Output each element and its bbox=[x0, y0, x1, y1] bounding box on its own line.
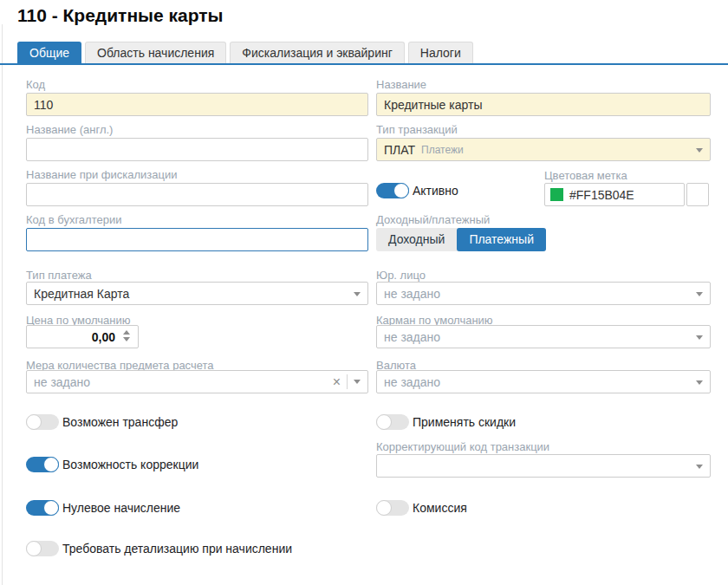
toggle-knob bbox=[376, 500, 392, 516]
dohodnyj-platezhnyj-segmented: Доходный Платежный bbox=[376, 228, 546, 251]
aktivno-toggle-label: Активно bbox=[413, 184, 458, 198]
color-dropdown-button[interactable] bbox=[686, 183, 709, 206]
chevron-down-icon bbox=[354, 380, 361, 384]
korrektiruyushchij-kod-select[interactable] bbox=[376, 454, 711, 478]
platezhnyj-option-button[interactable]: Платежный bbox=[457, 228, 546, 251]
tip-tranzakcij-code-hint: Платежи bbox=[421, 144, 464, 156]
aktivno-toggle-row: Активно bbox=[376, 183, 458, 198]
tip-platezha-value: Кредитная Карта bbox=[34, 287, 129, 301]
chevron-down-icon bbox=[696, 380, 703, 385]
tip-platezha-select[interactable]: Кредитная Карта bbox=[26, 282, 368, 305]
mera-kolichestva-value: не задано bbox=[34, 375, 90, 389]
page-title: 110 - Кредитные карты bbox=[17, 5, 223, 26]
spinner-up-icon[interactable] bbox=[123, 330, 130, 335]
chevron-down-icon bbox=[696, 465, 703, 469]
tab-fiskalizaciya-i-ekvajring[interactable]: Фискализация и эквайринг bbox=[230, 42, 405, 63]
chevron-down-icon bbox=[696, 292, 703, 296]
trebovat-detalizaciyu-toggle[interactable] bbox=[26, 541, 59, 556]
toggle-knob bbox=[43, 500, 59, 516]
nulevoe-nachislenie-row: Нулевое начисление bbox=[26, 500, 180, 516]
nulevoe-nachislenie-label: Нулевое начисление bbox=[62, 501, 180, 515]
chevron-down-icon bbox=[696, 335, 703, 340]
valyuta-select[interactable]: не задано bbox=[376, 370, 711, 393]
tip-tranzakcij-select[interactable]: ПЛАТ Платежи bbox=[376, 138, 711, 161]
trebovat-detalizaciyu-label: Требовать детализацию при начислении bbox=[62, 542, 292, 556]
trebovat-detalizaciyu-row: Требовать детализацию при начислении bbox=[26, 541, 292, 556]
primenyat-skidki-label: Применять скидки bbox=[413, 415, 516, 429]
divider bbox=[347, 374, 348, 389]
chevron-down-icon bbox=[354, 292, 361, 296]
yur-lico-label: Юр. лицо bbox=[376, 269, 426, 282]
mera-kolichestva-select[interactable]: не задано × bbox=[26, 370, 368, 393]
dohodnyj-option-button[interactable]: Доходный bbox=[376, 228, 457, 251]
dohodnyj-platezhnyj-label: Доходный/платежный bbox=[376, 213, 490, 226]
tip-tranzakcij-code: ПЛАТ bbox=[384, 143, 415, 157]
tab-bar: Общие Область начисления Фискализация и … bbox=[17, 42, 473, 63]
chevron-down-icon bbox=[696, 148, 703, 153]
vozmozhnost-korrekcii-toggle[interactable] bbox=[26, 457, 59, 472]
nazvanie-angl-label: Название (англ.) bbox=[26, 123, 113, 136]
tip-platezha-label: Тип платежа bbox=[26, 269, 92, 282]
tab-obshchie[interactable]: Общие bbox=[17, 42, 81, 63]
kod-v-buhgalterii-label: Код в бухгалтерии bbox=[26, 213, 121, 226]
nulevoe-nachislenie-toggle[interactable] bbox=[26, 500, 59, 516]
kod-label: Код bbox=[26, 78, 45, 91]
primenyat-skidki-row: Применять скидки bbox=[376, 414, 516, 430]
tab-oblast-nachisleniya[interactable]: Область начисления bbox=[85, 42, 226, 63]
toggle-knob bbox=[393, 183, 409, 198]
tab-nalogi[interactable]: Налоги bbox=[408, 42, 473, 63]
tab-underline bbox=[0, 63, 728, 65]
kod-input[interactable] bbox=[26, 93, 368, 116]
color-hex-value: #FF15B04E bbox=[569, 188, 634, 202]
komissiya-toggle[interactable] bbox=[376, 500, 409, 516]
clear-icon[interactable]: × bbox=[333, 375, 341, 389]
spinner-down-icon[interactable] bbox=[123, 337, 130, 341]
tip-tranzakcij-label: Тип транзакций bbox=[376, 123, 458, 136]
vozmozhen-transfer-label: Возможен трансфер bbox=[62, 415, 178, 429]
color-swatch bbox=[550, 188, 563, 201]
cvetovaya-metka-label: Цветовая метка bbox=[544, 169, 627, 182]
primenyat-skidki-toggle[interactable] bbox=[376, 414, 409, 430]
nazvanie-input[interactable] bbox=[376, 93, 711, 116]
korrektiruyushchij-kod-label: Корректирующий код транзакции bbox=[376, 440, 549, 453]
aktivno-toggle[interactable] bbox=[376, 183, 409, 198]
nazvanie-pri-fiskalizacii-input[interactable] bbox=[26, 183, 368, 206]
color-value-field[interactable]: #FF15B04E bbox=[544, 183, 685, 206]
yur-lico-value: не задано bbox=[384, 287, 440, 301]
karman-po-umolchaniyu-value: не задано bbox=[384, 330, 440, 344]
nazvanie-label: Название bbox=[376, 78, 426, 91]
vozmozhnost-korrekcii-row: Возможность коррекции bbox=[26, 457, 198, 472]
cena-po-umolchaniyu-input[interactable] bbox=[26, 325, 139, 348]
nazvanie-angl-input[interactable] bbox=[26, 138, 368, 161]
vozmozhen-transfer-row: Возможен трансфер bbox=[26, 414, 178, 430]
kod-v-buhgalterii-input[interactable] bbox=[26, 228, 368, 251]
yur-lico-select[interactable]: не задано bbox=[376, 282, 711, 305]
komissiya-label: Комиссия bbox=[413, 501, 467, 515]
cvetovaya-metka-combo: #FF15B04E bbox=[544, 183, 709, 206]
nazvanie-pri-fiskalizacii-label: Название при фискализации bbox=[26, 168, 178, 181]
payment-type-form-page: 110 - Кредитные карты Общие Область начи… bbox=[0, 0, 728, 585]
vozmozhnost-korrekcii-label: Возможность коррекции bbox=[62, 458, 198, 471]
karman-po-umolchaniyu-select[interactable]: не задано bbox=[376, 325, 711, 348]
left-edge-divider bbox=[2, 24, 3, 585]
komissiya-row: Комиссия bbox=[376, 500, 467, 516]
toggle-knob bbox=[26, 414, 42, 430]
toggle-knob bbox=[26, 541, 42, 556]
toggle-knob bbox=[376, 414, 392, 430]
toggle-knob bbox=[43, 457, 59, 472]
valyuta-value: не задано bbox=[384, 375, 440, 389]
price-spinner[interactable] bbox=[123, 330, 130, 341]
vozmozhen-transfer-toggle[interactable] bbox=[26, 414, 59, 430]
